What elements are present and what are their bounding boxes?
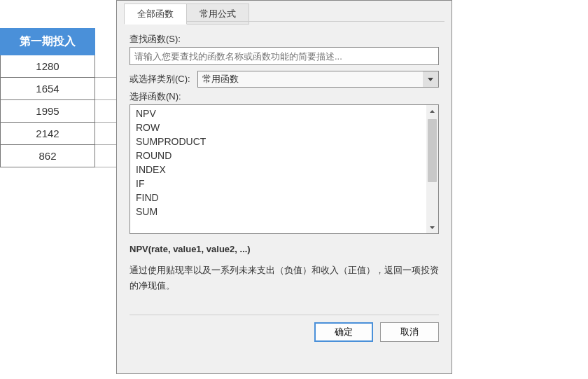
data-cell[interactable]: 862 (0, 145, 95, 167)
tab-all-functions[interactable]: 全部函数 (124, 4, 187, 25)
search-label: 查找函数(S): (130, 33, 439, 46)
data-cell[interactable]: 1280 (0, 55, 95, 78)
list-item[interactable]: IF (130, 177, 438, 191)
chevron-down-icon[interactable] (423, 71, 438, 87)
cancel-button[interactable]: 取消 (380, 322, 439, 342)
scroll-thumb[interactable] (428, 119, 437, 182)
list-item[interactable]: NPV (130, 106, 438, 120)
select-function-label: 选择函数(N): (130, 90, 439, 103)
scroll-down-icon[interactable] (426, 221, 438, 233)
function-description: 通过使用贴现率以及一系列未来支出（负值）和收入（正值），返回一项投资的净现值。 (130, 263, 439, 294)
data-cell-empty[interactable] (95, 55, 116, 78)
scrollbar[interactable] (426, 105, 438, 233)
list-item[interactable]: SUM (130, 205, 438, 219)
divider (130, 315, 439, 315)
data-cell-empty[interactable] (95, 145, 116, 167)
data-cell-empty[interactable] (95, 100, 116, 123)
list-item[interactable]: ROW (130, 120, 438, 135)
category-select[interactable]: 常用函数 (197, 71, 439, 88)
list-item[interactable]: ROUND (130, 149, 438, 163)
data-cell[interactable]: 1654 (0, 78, 95, 100)
spreadsheet-fragment: 第一期投入 1280 1654 1995 2142 862 (0, 28, 116, 167)
list-item[interactable]: FIND (130, 191, 438, 205)
column-header: 第一期投入 (0, 28, 95, 55)
scroll-up-icon[interactable] (426, 105, 438, 117)
ok-button[interactable]: 确定 (314, 322, 373, 342)
category-label: 或选择类别(C): (130, 73, 190, 85)
search-input[interactable] (130, 47, 439, 65)
data-cell[interactable]: 2142 (0, 123, 95, 145)
function-signature: NPV(rate, value1, value2, ...) (130, 244, 439, 254)
insert-function-dialog: 全部函数 常用公式 查找函数(S): 或选择类别(C): 常用函数 选择函数(N… (116, 0, 452, 374)
data-cell[interactable]: 1995 (0, 100, 95, 123)
data-cell-empty[interactable] (95, 123, 116, 145)
list-item[interactable]: SUMPRODUCT (130, 135, 438, 149)
function-listbox[interactable]: NPV ROW SUMPRODUCT ROUND INDEX IF FIND S… (130, 104, 439, 234)
list-item[interactable]: INDEX (130, 163, 438, 177)
data-cell-empty[interactable] (95, 78, 116, 100)
category-value: 常用函数 (202, 73, 239, 85)
